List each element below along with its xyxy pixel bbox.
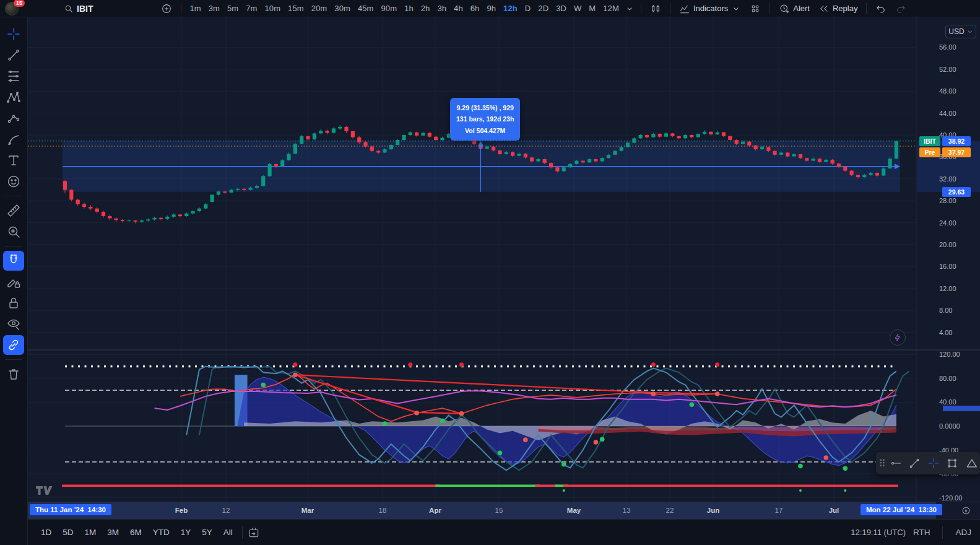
drawing-lock-tool[interactable] xyxy=(3,272,24,292)
undo-button[interactable] xyxy=(871,0,891,17)
interval-3h[interactable]: 3h xyxy=(433,4,450,13)
trend-line-tool-button[interactable] xyxy=(906,454,923,473)
triangle-tool-button[interactable] xyxy=(963,454,980,473)
interval-D[interactable]: D xyxy=(521,4,535,13)
symbol-search-button[interactable]: IBIT xyxy=(59,0,97,17)
fib-retracement-tool[interactable] xyxy=(3,66,24,86)
interval-1h[interactable]: 1h xyxy=(401,4,417,13)
interval-20m[interactable]: 20m xyxy=(308,4,331,13)
range-3m[interactable]: 3M xyxy=(103,525,123,539)
interval-45m[interactable]: 45m xyxy=(354,4,378,13)
remove-drawings-tool[interactable] xyxy=(3,364,24,384)
svg-text:24.00: 24.00 xyxy=(939,219,956,227)
interval-10m[interactable]: 10m xyxy=(261,4,285,13)
interval-12M[interactable]: 12M xyxy=(599,4,623,13)
utc-clock[interactable]: 12:19:11 (UTC) xyxy=(851,528,906,537)
xabcd-pattern-tool[interactable] xyxy=(3,87,24,107)
interval-3D[interactable]: 3D xyxy=(552,4,570,13)
interval-7m[interactable]: 7m xyxy=(242,4,261,13)
notification-badge: 15 xyxy=(14,0,25,7)
alert-clock-icon xyxy=(779,3,790,14)
toolbar-separator xyxy=(181,3,181,14)
crosshair-tool[interactable] xyxy=(3,24,24,44)
crosshair-tool-button[interactable] xyxy=(925,454,942,473)
time-tick: Jun xyxy=(707,507,719,514)
interval-W[interactable]: W xyxy=(570,4,585,13)
user-menu-button[interactable]: 15 xyxy=(5,1,21,17)
add-symbol-button[interactable] xyxy=(157,0,176,17)
redo-icon xyxy=(895,3,906,14)
interval-2D[interactable]: 2D xyxy=(534,4,552,13)
interval-90m[interactable]: 90m xyxy=(377,4,401,13)
interval-12h[interactable]: 12h xyxy=(500,4,521,13)
interval-expand-button[interactable] xyxy=(623,0,636,17)
drawing-floating-toolbar[interactable]: ⠿ xyxy=(876,452,980,474)
range-5y[interactable]: 5Y xyxy=(197,525,217,539)
time-axis-settings-button[interactable] xyxy=(961,505,971,517)
instant-order-button[interactable] xyxy=(890,329,906,346)
toolbar-separator xyxy=(641,3,641,14)
go-to-date-button[interactable] xyxy=(248,526,260,539)
indicators-button[interactable]: Indicators xyxy=(675,0,745,17)
emoji-tool[interactable] xyxy=(3,172,24,191)
measure-change: 9.29 (31.35%) , 929 xyxy=(456,102,514,113)
time-tick: Mar xyxy=(301,507,314,514)
interval-3m[interactable]: 3m xyxy=(205,4,223,13)
time-axis[interactable]: Feb12Mar18Apr15May1322Jun17Jul Thu 11 Ja… xyxy=(28,502,980,519)
text-tool[interactable] xyxy=(3,150,24,170)
trend-line-tool[interactable] xyxy=(3,45,24,65)
svg-text:16.00: 16.00 xyxy=(939,263,956,270)
redo-button[interactable] xyxy=(891,0,911,17)
sync-drawings-tool[interactable] xyxy=(3,335,24,355)
interval-9h[interactable]: 9h xyxy=(483,4,500,13)
toolbar-separator xyxy=(770,3,770,14)
brush-tool[interactable] xyxy=(3,129,24,149)
premarket-price-label: 37.97 xyxy=(942,147,971,157)
indicator-templates-button[interactable] xyxy=(745,0,765,17)
replay-button[interactable]: Replay xyxy=(814,0,862,17)
interval-15m[interactable]: 15m xyxy=(284,4,308,13)
magnet-tool[interactable] xyxy=(3,251,24,271)
replay-icon xyxy=(818,3,830,14)
time-tick: 17 xyxy=(775,507,783,514)
chart-area[interactable]: 56.0052.0048.0044.0040.0036.0032.0028.00… xyxy=(28,17,980,545)
bottom-toolbar: 1D5D1M3M6MYTD1Y5YAll 12:19:11 (UTC) RTH … xyxy=(28,519,980,545)
horizontal-ray-tool-button[interactable] xyxy=(887,454,904,473)
alert-button[interactable]: Alert xyxy=(774,0,814,17)
time-tick: Apr xyxy=(429,507,441,514)
svg-text:-120.00: -120.00 xyxy=(939,494,962,502)
range-1d[interactable]: 1D xyxy=(37,525,56,539)
interval-2h[interactable]: 2h xyxy=(417,4,434,13)
adjustment-toggle[interactable]: ADJ xyxy=(955,528,971,537)
interval-30m[interactable]: 30m xyxy=(331,4,354,13)
range-6m[interactable]: 6M xyxy=(126,525,146,539)
interval-5m[interactable]: 5m xyxy=(223,4,242,13)
chart-canvas[interactable]: 56.0052.0048.0044.0040.0036.0032.0028.00… xyxy=(28,17,980,502)
interval-M[interactable]: M xyxy=(585,4,599,13)
chart-style-button[interactable] xyxy=(646,0,666,17)
hide-drawings-tool[interactable] xyxy=(3,314,24,334)
svg-text:56.00: 56.00 xyxy=(939,43,956,51)
range-all[interactable]: All xyxy=(219,525,237,539)
interval-1m[interactable]: 1m xyxy=(186,4,204,13)
ruler-tool[interactable] xyxy=(3,201,24,220)
toolbar-separator xyxy=(670,3,670,14)
time-tick: 15 xyxy=(495,507,503,514)
range-ytd[interactable]: YTD xyxy=(149,525,174,539)
currency-selector[interactable]: USD xyxy=(945,25,976,38)
interval-4h[interactable]: 4h xyxy=(450,4,467,13)
range-1y[interactable]: 1Y xyxy=(176,525,196,539)
range-1m[interactable]: 1M xyxy=(80,525,101,539)
replay-label: Replay xyxy=(833,4,857,13)
lock-all-tool[interactable] xyxy=(3,293,24,313)
prediction-tool[interactable] xyxy=(3,108,24,128)
drawing-toolbar xyxy=(0,17,28,545)
interval-6h[interactable]: 6h xyxy=(467,4,483,13)
drag-handle[interactable]: ⠿ xyxy=(878,458,886,469)
svg-text:52.00: 52.00 xyxy=(939,66,956,73)
session-toggle[interactable]: RTH xyxy=(913,528,930,537)
range-5d[interactable]: 5D xyxy=(58,525,77,539)
time-tick: 22 xyxy=(666,507,674,514)
zoom-in-tool[interactable] xyxy=(3,222,24,242)
rectangle-tool-button[interactable] xyxy=(943,454,961,473)
